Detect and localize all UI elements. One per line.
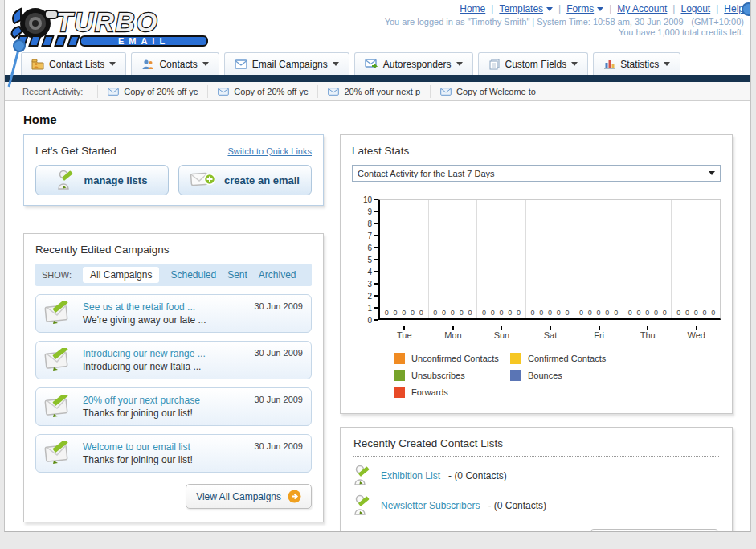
envelope-icon xyxy=(235,59,247,69)
campaign-subtitle: Thanks for joining our list! xyxy=(83,454,193,465)
chevron-down-icon xyxy=(456,62,463,66)
campaign-date: 30 Jun 2009 xyxy=(254,441,303,451)
contacts-icon xyxy=(141,59,154,70)
chart-plot: 00000000000000000000000000000000000 xyxy=(378,199,721,320)
manage-lists-button[interactable]: manage lists xyxy=(35,165,169,195)
create-email-button[interactable]: create an email xyxy=(178,165,312,195)
campaign-date: 30 Jun 2009 xyxy=(254,348,303,358)
person-pencil-icon xyxy=(57,170,76,191)
campaign-title-link[interactable]: Introducing our new range ... xyxy=(83,348,206,359)
autoresponder-icon xyxy=(365,59,378,69)
envelope-pencil-icon xyxy=(44,441,75,465)
campaign-filter-bar: SHOW: All Campaigns Scheduled Sent Archi… xyxy=(35,264,312,286)
legend-item: Unconfirmed Contacts xyxy=(394,353,510,364)
campaign-row[interactable]: See us at the retail food ... We're givi… xyxy=(35,294,312,333)
envelope-icon xyxy=(440,88,452,96)
page-title: Home xyxy=(23,113,733,126)
tab-custom-fields[interactable]: Custom Fields xyxy=(478,52,589,75)
filter-scheduled[interactable]: Scheduled xyxy=(170,269,216,281)
envelope-icon xyxy=(218,88,229,96)
get-started-title: Let's Get Started xyxy=(35,145,116,157)
envelope-pencil-icon xyxy=(44,348,75,372)
campaign-title-link[interactable]: See us at the retail food ... xyxy=(83,301,206,313)
switch-quick-links-link[interactable]: Switch to Quick Links xyxy=(227,146,312,156)
header-right: Home| Templates| Forms| My Account| Logo… xyxy=(385,3,744,37)
nav-link-home[interactable]: Home xyxy=(460,3,485,14)
campaign-subtitle: Introducing our new Italia ... xyxy=(83,361,206,372)
filter-archived[interactable]: Archived xyxy=(259,269,296,281)
legend-swatch-unsubscribes xyxy=(394,370,405,381)
nav-link-my-account[interactable]: My Account xyxy=(617,3,667,14)
campaign-subtitle: We're giving away our late ... xyxy=(83,314,206,326)
tab-statistics[interactable]: Statistics xyxy=(593,52,680,75)
contact-list-count: - (0 Contacts) xyxy=(488,500,546,511)
campaign-title-link[interactable]: Welcome to our email list xyxy=(83,441,193,453)
contact-activity-chart: 109876543210 000000000000000000000000000… xyxy=(352,199,721,340)
stats-report-dropdown[interactable]: Contact Activity for the Last 7 Days xyxy=(352,165,721,182)
campaign-row[interactable]: 20% off your next purchase Thanks for jo… xyxy=(35,387,312,426)
recent-activity-item[interactable]: Copy of Welcome to xyxy=(430,85,546,98)
campaign-date: 30 Jun 2009 xyxy=(254,395,303,404)
contact-list-row: Newsletter Subscribers - (0 Contacts) xyxy=(353,494,719,516)
nav-link-forms[interactable]: Forms xyxy=(566,3,603,14)
tab-contacts[interactable]: Contacts xyxy=(131,52,219,75)
login-status-text: You are logged in as "Timothy Smith" | S… xyxy=(385,17,744,27)
recent-activity-label: Recent Activity: xyxy=(22,87,83,96)
chevron-down-icon xyxy=(109,62,116,66)
see-all-contact-lists-button[interactable]: See All Contact Lists xyxy=(590,529,719,532)
credits-text: You have 1,000 total credits left. xyxy=(385,27,744,37)
chevron-down-icon xyxy=(546,7,553,11)
pin-pointer-icon xyxy=(6,39,29,92)
tab-contact-lists[interactable]: Contact Lists xyxy=(21,52,126,75)
tab-email-campaigns[interactable]: Email Campaigns xyxy=(224,52,349,75)
filter-all-campaigns[interactable]: All Campaigns xyxy=(83,267,159,283)
legend-item: Confirmed Contacts xyxy=(510,353,627,364)
campaign-row[interactable]: Introducing our new range ... Introducin… xyxy=(35,341,312,379)
contact-list-link[interactable]: Exhibition List xyxy=(381,470,440,481)
campaign-subtitle: Thanks for joining our list! xyxy=(83,408,200,419)
contact-lists-panel: Recently Created Contact Lists Exhibitio… xyxy=(340,427,733,532)
legend-swatch-unconfirmed xyxy=(394,353,405,364)
recent-activity-bar: Recent Activity: Copy of 20% off yc Copy… xyxy=(5,82,750,101)
campaign-title-link[interactable]: 20% off your next purchase xyxy=(83,395,200,406)
pages-icon xyxy=(488,59,501,70)
campaign-row[interactable]: Welcome to our email list Thanks for joi… xyxy=(35,434,312,473)
chart-y-axis: 109876543210 xyxy=(357,199,378,325)
legend-item: Unsubscribes xyxy=(394,370,510,381)
navy-divider-bar xyxy=(5,75,750,82)
turbo-email-logo: TURBO EMAIL xyxy=(10,2,220,50)
tab-autoresponders[interactable]: Autoresponders xyxy=(354,52,473,75)
contact-lists-title: Recently Created Contact Lists xyxy=(353,437,719,457)
get-started-panel: Let's Get Started Switch to Quick Links … xyxy=(23,134,324,206)
contact-list-count: - (0 Contacts) xyxy=(448,470,507,481)
recent-activity-item[interactable]: Copy of 20% off yc xyxy=(97,85,207,98)
show-label: SHOW: xyxy=(42,270,72,280)
envelope-plus-icon xyxy=(190,171,216,189)
envelope-pencil-icon xyxy=(44,301,75,326)
arrow-right-icon xyxy=(288,490,301,503)
latest-stats-panel: Latest Stats Contact Activity for the La… xyxy=(340,134,733,414)
filter-sent[interactable]: Sent xyxy=(227,269,247,281)
envelope-pencil-icon xyxy=(44,395,75,419)
logo-email-text: EMAIL xyxy=(118,36,170,46)
chart-legend: Unconfirmed Contacts Confirmed Contacts … xyxy=(352,353,721,404)
chevron-down-icon xyxy=(597,7,603,11)
nav-link-templates[interactable]: Templates xyxy=(499,3,553,14)
nav-link-logout[interactable]: Logout xyxy=(680,3,710,14)
view-all-campaigns-button[interactable]: View All Campaigns xyxy=(186,484,312,509)
pin-icon xyxy=(742,2,751,16)
campaign-date: 30 Jun 2009 xyxy=(254,301,303,311)
logo-graphic: TURBO EMAIL xyxy=(10,2,220,47)
recent-activity-item[interactable]: 20% off your next p xyxy=(317,85,430,98)
bar-chart-icon xyxy=(603,59,615,69)
contact-list-link[interactable]: Newsletter Subscribers xyxy=(381,500,480,511)
folder-icon xyxy=(31,59,44,70)
legend-item: Bounces xyxy=(510,370,627,381)
chevron-down-icon xyxy=(571,62,578,66)
recent-activity-item[interactable]: Copy of 20% off yc xyxy=(207,85,317,98)
chevron-down-icon xyxy=(333,62,339,66)
svg-text:TURBO: TURBO xyxy=(56,7,158,37)
person-pencil-icon xyxy=(353,465,373,486)
legend-swatch-bounces xyxy=(510,370,521,381)
legend-swatch-forwards xyxy=(394,387,405,398)
